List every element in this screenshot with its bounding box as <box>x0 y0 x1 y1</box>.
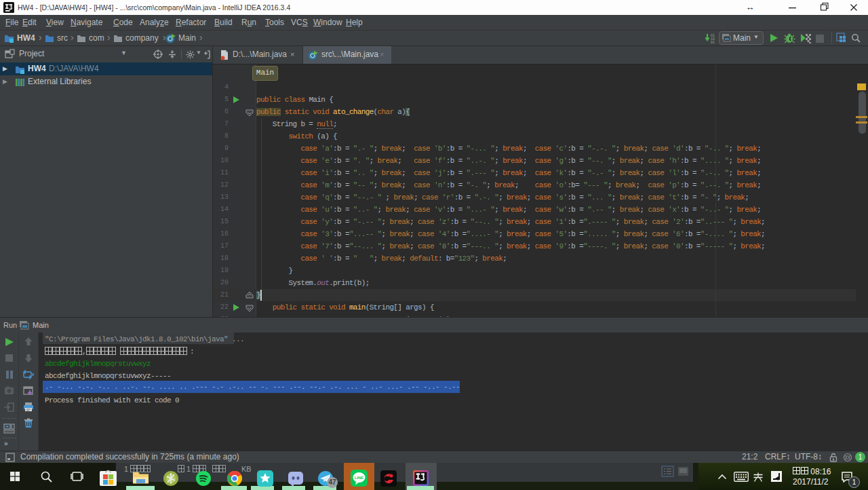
svg-text:LINE: LINE <box>355 476 364 480</box>
svg-text:01: 01 <box>711 41 715 44</box>
